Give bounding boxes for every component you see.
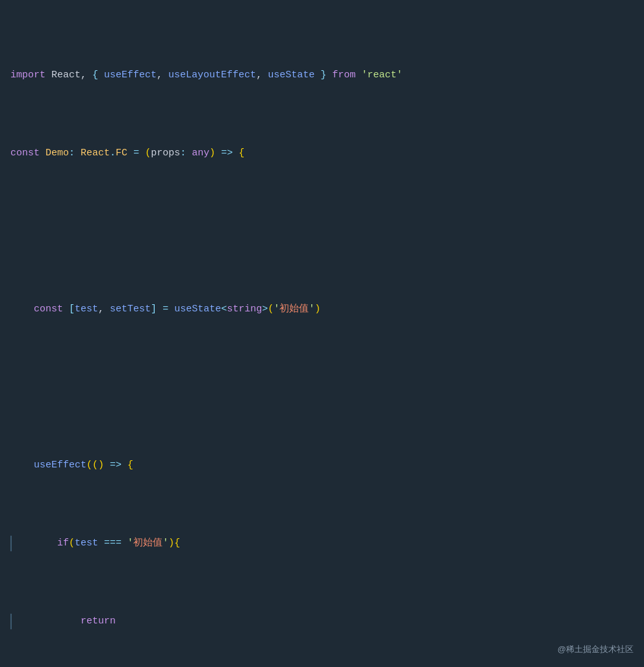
- line-return-bare: return: [0, 614, 644, 629]
- code-content: import React, { useEffect, useLayoutEffe…: [0, 0, 644, 667]
- line-blank-1: [0, 224, 644, 239]
- code-editor: import React, { useEffect, useLayoutEffe…: [0, 0, 644, 667]
- line-blank-2: [0, 380, 644, 395]
- line-const-test: const [test, setTest] = useState<string>…: [0, 302, 644, 317]
- line-if: if(test === '初始值'){: [0, 536, 644, 551]
- line-useeffect-open: useEffect(() => {: [0, 458, 644, 473]
- line-import: import React, { useEffect, useLayoutEffe…: [0, 68, 644, 83]
- line-const-demo: const Demo: React.FC = (props: any) => {: [0, 146, 644, 161]
